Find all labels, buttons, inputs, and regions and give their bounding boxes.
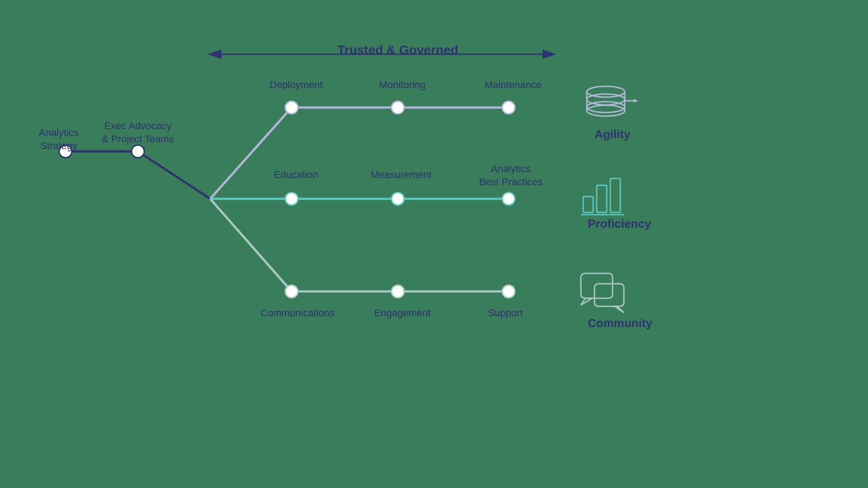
analytics-best-practices-label: AnalyticsBest Practices xyxy=(475,163,547,188)
svg-point-21 xyxy=(392,285,404,298)
svg-point-17 xyxy=(285,192,298,205)
monitoring-label: Monitoring xyxy=(373,79,432,91)
maintenance-label: Maintenance xyxy=(481,79,545,91)
diagram-svg xyxy=(0,0,868,488)
svg-point-18 xyxy=(392,192,404,205)
svg-rect-39 xyxy=(594,284,624,306)
svg-rect-37 xyxy=(581,273,613,298)
svg-point-15 xyxy=(392,101,404,114)
agility-label: Agility xyxy=(594,127,630,141)
deployment-label: Deployment xyxy=(267,79,326,91)
trusted-governed-label: Trusted & Governed xyxy=(307,43,488,57)
svg-line-4 xyxy=(138,151,210,199)
exec-advocacy-label: Exec Advocacy& Project Teams xyxy=(102,120,174,145)
support-label: Support xyxy=(483,307,528,319)
svg-point-16 xyxy=(502,101,515,114)
svg-point-14 xyxy=(285,101,298,114)
communications-label: Communications xyxy=(260,307,328,319)
svg-marker-40 xyxy=(615,306,624,313)
svg-point-20 xyxy=(285,285,298,298)
svg-rect-33 xyxy=(583,197,593,212)
main-canvas: Trusted & Governed AnalyticsStrategy Exe… xyxy=(0,0,868,488)
proficiency-label: Proficiency xyxy=(588,217,651,231)
svg-marker-38 xyxy=(581,298,592,305)
svg-marker-32 xyxy=(634,99,638,103)
svg-point-22 xyxy=(502,285,515,298)
education-label: Education xyxy=(267,169,326,181)
engagement-label: Engagement xyxy=(373,307,432,319)
svg-point-19 xyxy=(502,192,515,205)
svg-rect-35 xyxy=(610,178,620,212)
svg-rect-34 xyxy=(597,185,607,212)
svg-point-24 xyxy=(132,145,144,158)
analytics-strategy-label: AnalyticsStrategy xyxy=(29,127,88,152)
community-label: Community xyxy=(588,316,652,330)
svg-line-5 xyxy=(210,108,292,199)
svg-line-11 xyxy=(210,199,292,291)
measurement-label: Measurement xyxy=(371,169,429,181)
